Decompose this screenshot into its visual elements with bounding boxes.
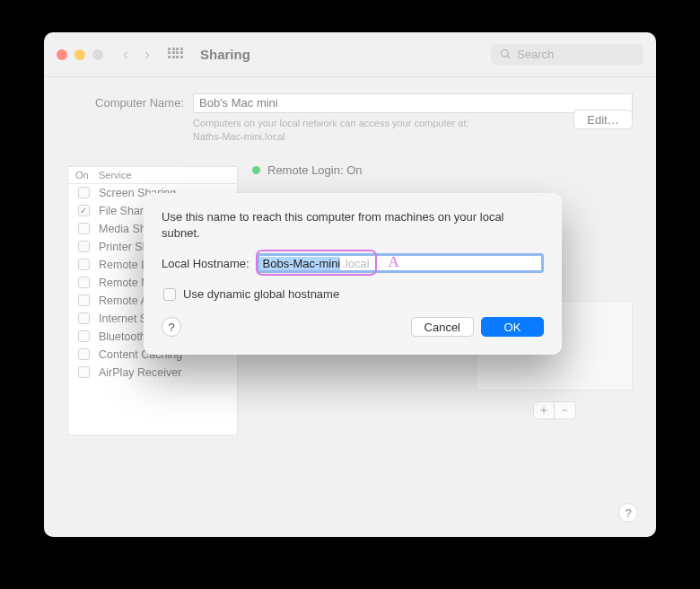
remove-button[interactable]: － xyxy=(555,401,576,419)
table-row: AirPlay Receiver xyxy=(68,364,237,382)
show-all-icon[interactable] xyxy=(168,48,182,62)
service-checkbox[interactable] xyxy=(78,330,90,342)
back-button[interactable]: ‹ xyxy=(123,45,128,64)
dialog-message: Use this name to reach this computer fro… xyxy=(162,209,544,241)
service-checkbox[interactable] xyxy=(78,259,90,270)
service-checkbox[interactable] xyxy=(78,205,90,216)
annotation-label: A xyxy=(389,253,399,271)
service-status: Remote Login: On xyxy=(252,163,633,177)
service-checkbox[interactable] xyxy=(78,277,90,288)
status-dot-icon xyxy=(252,166,260,174)
computer-name-input[interactable]: Bob's Mac mini xyxy=(193,93,633,113)
hostname-suffix: .local xyxy=(340,257,369,270)
service-checkbox[interactable] xyxy=(78,294,90,306)
toolbar: ‹ › Sharing Search xyxy=(44,32,656,77)
add-button[interactable]: ＋ xyxy=(533,401,555,419)
pane-title: Sharing xyxy=(200,47,250,62)
services-header: On Service xyxy=(68,167,237,184)
search-placeholder: Search xyxy=(517,48,554,61)
dynamic-hostname-label: Use dynamic global hostname xyxy=(183,287,339,301)
edit-hostname-button[interactable]: Edit… xyxy=(573,110,633,129)
cancel-button[interactable]: Cancel xyxy=(411,317,474,337)
search-field[interactable]: Search xyxy=(491,44,643,65)
edit-hostname-dialog: Use this name to reach this computer fro… xyxy=(144,193,562,355)
service-checkbox[interactable] xyxy=(78,187,90,198)
service-checkbox[interactable] xyxy=(78,366,90,378)
dynamic-hostname-checkbox[interactable] xyxy=(163,288,176,301)
service-checkbox[interactable] xyxy=(78,223,90,234)
close-window-button[interactable] xyxy=(57,49,67,60)
service-checkbox[interactable] xyxy=(78,348,90,360)
forward-button[interactable]: › xyxy=(144,45,150,64)
list-pm-buttons: ＋ － xyxy=(476,401,633,419)
zoom-window-button[interactable] xyxy=(92,49,103,60)
local-hostname-label: Local Hostname: xyxy=(162,257,249,270)
col-service: Service xyxy=(99,170,237,180)
window-controls xyxy=(57,49,103,60)
service-checkbox[interactable] xyxy=(78,241,90,252)
col-on: On xyxy=(68,170,99,180)
dialog-help-button[interactable]: ? xyxy=(162,317,181,337)
ok-button[interactable]: OK xyxy=(481,317,544,337)
computer-name-label: Computer Name: xyxy=(67,93,184,110)
minimize-window-button[interactable] xyxy=(74,49,85,60)
nav-arrows: ‹ › xyxy=(123,45,150,64)
hostname-selected-text: Bobs-Mac-mini xyxy=(259,257,341,270)
search-icon xyxy=(500,48,512,60)
service-checkbox[interactable] xyxy=(78,312,90,324)
local-address-hint: Computers on your local network can acce… xyxy=(193,117,516,145)
local-hostname-input[interactable]: Bobs-Mac-mini .local A xyxy=(257,253,544,273)
help-button[interactable]: ? xyxy=(618,503,638,523)
